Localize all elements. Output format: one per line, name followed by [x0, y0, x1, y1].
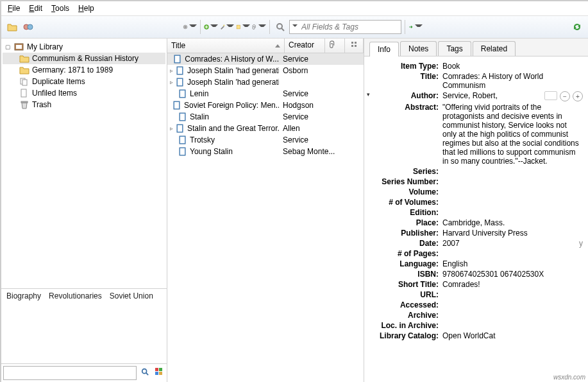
- field-author[interactable]: ▾ Author: Service, Robert, − +: [367, 91, 583, 101]
- item-row[interactable]: ▹Stalin and the Great Terror...Allen: [167, 123, 364, 134]
- library-icon: [14, 42, 24, 51]
- field-edition[interactable]: Edition:: [367, 208, 583, 217]
- tag-search-input[interactable]: [3, 366, 137, 380]
- add-attachment-button[interactable]: [252, 20, 266, 34]
- tag-selector: Biography Revolutionaries Soviet Union: [1, 288, 167, 382]
- advanced-search-button[interactable]: [273, 20, 287, 34]
- search-input[interactable]: [300, 22, 399, 32]
- column-title[interactable]: Title: [167, 39, 285, 53]
- add-by-id-button[interactable]: [220, 20, 234, 34]
- book-icon: [178, 135, 187, 144]
- unfiled-items[interactable]: Unfiled Items: [3, 87, 165, 99]
- library-root[interactable]: ▢ My Library: [3, 41, 165, 53]
- items-header: Title Creator: [167, 39, 364, 53]
- items-list[interactable]: Comrades: A History of W...Service▹Josep…: [167, 53, 364, 382]
- tab-related[interactable]: Related: [473, 41, 516, 56]
- item-row[interactable]: ▹Joseph Stalin 'had generati...: [167, 76, 364, 88]
- tab-notes[interactable]: Notes: [400, 41, 437, 56]
- svg-rect-38: [180, 137, 185, 143]
- item-row[interactable]: Soviet Foreign Policy: Men...Hodgson: [167, 100, 364, 111]
- new-item-button[interactable]: [204, 20, 218, 34]
- item-title: Joseph Stalin 'had generati...: [187, 66, 279, 75]
- tag[interactable]: Biography: [6, 291, 41, 300]
- item-row[interactable]: Comrades: A History of W...Service: [167, 53, 364, 65]
- item-creator: Service: [279, 135, 364, 144]
- new-collection-button[interactable]: [5, 20, 19, 34]
- details-body[interactable]: Item Type:Book Title:Comrades: A History…: [364, 56, 588, 382]
- svg-rect-28: [178, 79, 182, 85]
- field-library-catalog[interactable]: Library Catalog:Open WorldCat: [367, 331, 583, 340]
- item-title: Stalin and the Great Terror...: [187, 124, 279, 133]
- field-publisher[interactable]: Publisher:Harvard University Press: [367, 229, 583, 238]
- expand-toggle[interactable]: ▹: [170, 125, 173, 132]
- remove-author-button[interactable]: −: [560, 91, 570, 101]
- expand-authors-icon[interactable]: ▾: [367, 91, 373, 98]
- new-note-button[interactable]: [236, 20, 250, 34]
- field-series[interactable]: Series:: [367, 167, 583, 176]
- field-loc-archive[interactable]: Loc. in Archive:: [367, 321, 583, 330]
- field-abstract[interactable]: Abstract:"Offering vivid portraits of th…: [367, 103, 583, 166]
- field-accessed[interactable]: Accessed:: [367, 300, 583, 309]
- items-pane: Title Creator Comrades: A History of W..…: [167, 39, 364, 382]
- field-date[interactable]: Date:2007y: [367, 239, 583, 248]
- field-series-number[interactable]: Series Number:: [367, 177, 583, 186]
- menu-edit[interactable]: Edit: [25, 3, 46, 14]
- tag[interactable]: Soviet Union: [110, 291, 153, 300]
- svg-rect-22: [355, 45, 357, 47]
- toolbar: [1, 16, 588, 39]
- collection-item[interactable]: Communism & Russian History: [3, 53, 165, 64]
- trash[interactable]: Trash: [3, 99, 165, 110]
- new-group-button[interactable]: [21, 20, 35, 34]
- author-mode-toggle[interactable]: [544, 91, 557, 100]
- item-details-pane: Info Notes Tags Related Item Type:Book T…: [364, 39, 588, 382]
- svg-rect-36: [178, 125, 182, 132]
- field-short-title[interactable]: Short Title:Comrades!: [367, 280, 583, 289]
- item-row[interactable]: StalinService: [167, 111, 364, 123]
- actions-button[interactable]: [183, 20, 197, 34]
- tag-search-bar: [1, 363, 167, 382]
- field-title[interactable]: Title:Comrades: A History of World Commu…: [367, 72, 583, 90]
- item-row[interactable]: Young StalinSebag Monte...: [167, 146, 364, 157]
- item-row[interactable]: ▹Joseph Stalin 'had generati...Osborn: [167, 65, 364, 76]
- expand-toggle[interactable]: ▹: [170, 79, 173, 85]
- svg-rect-24: [175, 56, 180, 62]
- field-place[interactable]: Place:Cambridge, Mass.: [367, 218, 583, 227]
- column-creator[interactable]: Creator: [285, 39, 325, 53]
- collection-label: Communism & Russian History: [32, 54, 139, 63]
- collection-item[interactable]: Germany: 1871 to 1989: [3, 64, 165, 76]
- tab-info[interactable]: Info: [369, 42, 399, 56]
- menu-help[interactable]: Help: [74, 3, 98, 14]
- duplicate-items[interactable]: Duplicate Items: [3, 76, 165, 87]
- field-volume[interactable]: Volume:: [367, 187, 583, 196]
- tag-color-button[interactable]: [153, 366, 165, 378]
- field-url[interactable]: URL:: [367, 290, 583, 299]
- column-picker[interactable]: [345, 39, 364, 53]
- svg-rect-13: [21, 101, 28, 103]
- svg-rect-20: [355, 42, 357, 44]
- item-row[interactable]: LeninService: [167, 88, 364, 100]
- field-language[interactable]: Language:English: [367, 259, 583, 268]
- svg-rect-9: [16, 45, 22, 49]
- tag-search-button[interactable]: [139, 366, 151, 378]
- field-num-volumes[interactable]: # of Volumes:: [367, 198, 583, 207]
- item-creator: Hodgson: [279, 101, 364, 110]
- menu-file[interactable]: File: [4, 3, 24, 14]
- library-tree[interactable]: ▢ My Library Communism & Russian History…: [1, 39, 167, 288]
- expand-toggle[interactable]: ▹: [170, 67, 173, 74]
- item-row[interactable]: TrotskyService: [167, 134, 364, 146]
- menu-tools[interactable]: Tools: [47, 3, 73, 14]
- locate-button[interactable]: [408, 20, 423, 34]
- item-creator: Service: [279, 112, 364, 121]
- column-attachment[interactable]: [325, 39, 345, 53]
- item-title: Joseph Stalin 'had generati...: [187, 78, 279, 87]
- tab-tags[interactable]: Tags: [438, 41, 471, 56]
- search-box[interactable]: [289, 20, 401, 34]
- sync-button[interactable]: [570, 20, 584, 34]
- field-isbn[interactable]: ISBN:9780674025301 067402530X: [367, 270, 583, 279]
- field-archive[interactable]: Archive:: [367, 311, 583, 320]
- field-num-pages[interactable]: # of Pages:: [367, 249, 583, 258]
- tag[interactable]: Revolutionaries: [49, 291, 102, 300]
- item-creator: Osborn: [279, 66, 364, 75]
- field-item-type[interactable]: Item Type:Book: [367, 62, 583, 71]
- add-author-button[interactable]: +: [573, 91, 583, 101]
